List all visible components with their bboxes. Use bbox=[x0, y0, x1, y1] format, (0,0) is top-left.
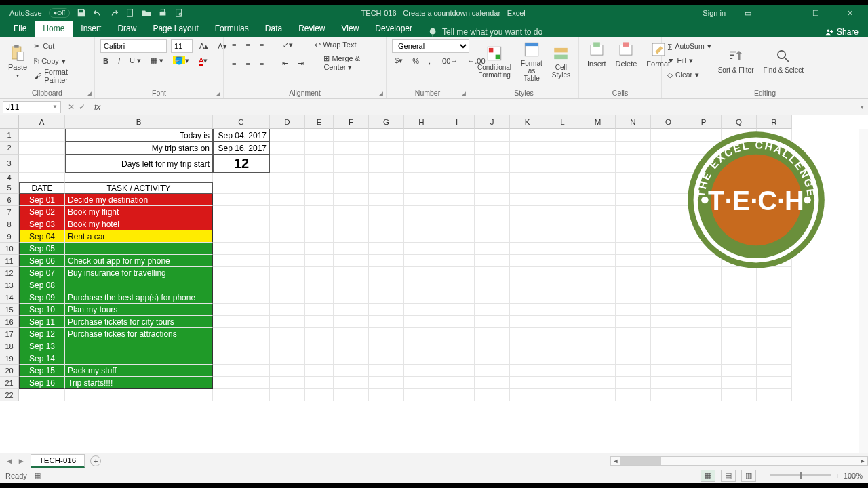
cell[interactable] bbox=[270, 340, 305, 352]
cell[interactable] bbox=[580, 316, 616, 328]
cell[interactable] bbox=[510, 389, 545, 401]
font-name-select[interactable] bbox=[100, 39, 167, 53]
cell[interactable] bbox=[334, 352, 369, 365]
cell[interactable] bbox=[722, 377, 757, 389]
cell[interactable] bbox=[616, 304, 651, 316]
cell[interactable] bbox=[580, 291, 616, 304]
cell[interactable] bbox=[545, 206, 580, 218]
cell[interactable]: Today is bbox=[65, 129, 213, 142]
align-right-icon[interactable]: ≡ bbox=[257, 58, 267, 68]
cell[interactable] bbox=[305, 155, 334, 173]
copy-button[interactable]: ⎘ Copy ▾ bbox=[34, 54, 89, 68]
cell[interactable] bbox=[580, 279, 616, 291]
cell[interactable] bbox=[439, 243, 475, 255]
cell[interactable] bbox=[213, 218, 270, 230]
cell[interactable] bbox=[305, 173, 334, 182]
cell[interactable] bbox=[65, 340, 213, 352]
cell[interactable] bbox=[475, 218, 510, 230]
cell[interactable] bbox=[19, 155, 65, 173]
cell[interactable] bbox=[369, 328, 404, 340]
cell[interactable] bbox=[510, 173, 545, 182]
cell[interactable] bbox=[475, 194, 510, 206]
cell[interactable] bbox=[334, 291, 369, 304]
cell[interactable] bbox=[651, 352, 686, 365]
zoom-slider[interactable] bbox=[770, 474, 831, 476]
row-header[interactable]: 8 bbox=[0, 218, 19, 230]
cell[interactable] bbox=[545, 304, 580, 316]
cell[interactable] bbox=[439, 389, 475, 401]
cell[interactable] bbox=[270, 328, 305, 340]
cell[interactable] bbox=[439, 267, 475, 279]
cell[interactable] bbox=[722, 365, 757, 377]
cell[interactable] bbox=[580, 255, 616, 267]
cell[interactable] bbox=[580, 182, 616, 194]
cell-styles-button[interactable]: Cell Styles bbox=[549, 43, 573, 80]
cell[interactable] bbox=[580, 365, 616, 377]
cell[interactable] bbox=[404, 255, 439, 267]
cell[interactable] bbox=[510, 206, 545, 218]
cell[interactable] bbox=[439, 173, 475, 182]
cell[interactable] bbox=[439, 194, 475, 206]
cell[interactable] bbox=[404, 155, 439, 173]
sheet-nav-next-icon[interactable]: ► bbox=[17, 457, 24, 465]
row-header[interactable]: 14 bbox=[0, 291, 19, 304]
increase-decimal-icon[interactable]: .00→ bbox=[437, 56, 460, 66]
col-header[interactable]: J bbox=[475, 115, 510, 129]
cell[interactable] bbox=[616, 340, 651, 352]
cell[interactable] bbox=[439, 365, 475, 377]
cell[interactable]: Sep 03 bbox=[19, 218, 65, 230]
cell[interactable]: 12 bbox=[213, 155, 270, 173]
cell[interactable] bbox=[369, 182, 404, 194]
cell[interactable] bbox=[305, 340, 334, 352]
cell[interactable] bbox=[369, 129, 404, 142]
tab-insert[interactable]: Insert bbox=[73, 21, 109, 37]
cell[interactable] bbox=[580, 194, 616, 206]
fill-button[interactable]: ▼ Fill ▾ bbox=[667, 54, 711, 67]
cell[interactable] bbox=[510, 316, 545, 328]
cell[interactable] bbox=[722, 316, 757, 328]
tab-page-layout[interactable]: Page Layout bbox=[144, 21, 206, 37]
cell[interactable] bbox=[213, 194, 270, 206]
borders-button[interactable]: ▦ ▾ bbox=[148, 55, 166, 66]
row-header[interactable]: 3 bbox=[0, 155, 19, 173]
sheet-tab[interactable]: TECH-016 bbox=[31, 454, 85, 468]
new-sheet-button[interactable]: + bbox=[90, 455, 101, 466]
col-header[interactable]: N bbox=[616, 115, 651, 129]
cell[interactable] bbox=[686, 279, 722, 291]
col-header[interactable]: R bbox=[757, 115, 792, 129]
cell[interactable] bbox=[270, 129, 305, 142]
row-header[interactable]: 5 bbox=[0, 182, 19, 194]
undo-icon[interactable] bbox=[93, 8, 102, 18]
cell[interactable] bbox=[475, 352, 510, 365]
cell[interactable] bbox=[545, 328, 580, 340]
minimize-icon[interactable]: — bbox=[770, 5, 793, 20]
cell[interactable] bbox=[475, 129, 510, 142]
cell[interactable] bbox=[545, 389, 580, 401]
row-header[interactable]: 2 bbox=[0, 142, 19, 155]
cell[interactable]: My trip starts on bbox=[65, 142, 213, 155]
col-header[interactable]: L bbox=[545, 115, 580, 129]
cell[interactable] bbox=[475, 182, 510, 194]
cell[interactable] bbox=[475, 279, 510, 291]
cell[interactable] bbox=[757, 291, 792, 304]
cell[interactable] bbox=[65, 352, 213, 365]
fill-color-button[interactable]: 🪣▾ bbox=[170, 55, 192, 66]
cell[interactable] bbox=[213, 182, 270, 194]
cell[interactable] bbox=[580, 155, 616, 173]
cell[interactable] bbox=[404, 142, 439, 155]
cell[interactable] bbox=[369, 243, 404, 255]
cell[interactable]: Sep 09 bbox=[19, 291, 65, 304]
cell[interactable] bbox=[404, 267, 439, 279]
cell[interactable] bbox=[651, 328, 686, 340]
cell[interactable] bbox=[439, 255, 475, 267]
cell[interactable] bbox=[334, 389, 369, 401]
align-center-icon[interactable]: ≡ bbox=[243, 58, 252, 68]
cell[interactable] bbox=[580, 218, 616, 230]
col-header[interactable]: C bbox=[213, 115, 270, 129]
tab-home[interactable]: Home bbox=[35, 21, 73, 37]
cell[interactable] bbox=[510, 129, 545, 142]
cell[interactable] bbox=[305, 365, 334, 377]
zoom-in-icon[interactable]: + bbox=[835, 472, 839, 480]
cell[interactable] bbox=[404, 173, 439, 182]
cell[interactable] bbox=[213, 340, 270, 352]
